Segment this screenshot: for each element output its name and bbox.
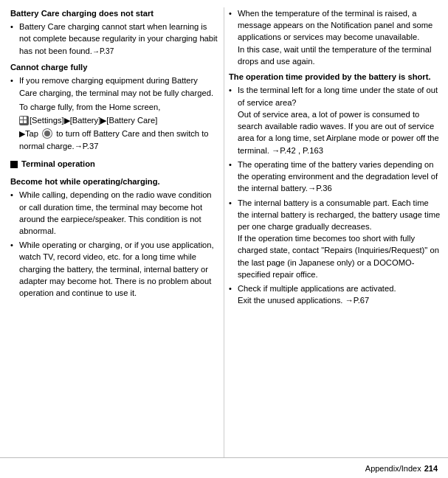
indent1: To charge fully, from the Home screen,: [19, 101, 218, 113]
left-column: Battery Care charging does not start • B…: [0, 7, 224, 457]
terminal-bullet1: • While calling, depending on the radio …: [10, 189, 218, 237]
page: Battery Care charging does not start • B…: [0, 0, 448, 478]
grid-icon: [19, 116, 29, 125]
bullet-dot-r1: •: [229, 7, 238, 67]
bullet-dot-r3: •: [229, 159, 238, 195]
right-section-heading: The operation time provided by the batte…: [229, 71, 441, 83]
footer-page: 214: [424, 464, 438, 473]
section1-heading: Battery Care charging does not start: [10, 7, 218, 19]
black-square-icon: [10, 161, 18, 168]
terminal-bullet2-text: While operating or charging, or if you u…: [19, 239, 218, 299]
terminal-heading: Terminal operation: [21, 158, 95, 170]
footer-label: Appendix/Index: [365, 464, 421, 473]
section2-bullet1: • If you remove charging equipment durin…: [10, 75, 218, 98]
right-bullet3-text: The operating time of the battery varies…: [238, 159, 441, 195]
terminal-section: Terminal operation Become hot while oper…: [10, 158, 218, 299]
right-bullet1: • When the temperature of the terminal i…: [229, 7, 441, 67]
svg-rect-3: [24, 120, 27, 123]
terminal-bullet1-text: While calling, depending on the radio wa…: [19, 189, 218, 237]
right-bullet2: • Is the terminal left for a long time u…: [229, 84, 441, 156]
svg-rect-2: [20, 120, 23, 123]
right-bullet3: • The operating time of the battery vari…: [229, 159, 441, 195]
bullet-dot3: •: [10, 189, 19, 237]
bullet-dot-r5: •: [229, 283, 238, 306]
section1-bullet1-text: Battery Care charging cannot start when …: [19, 21, 218, 57]
section2-heading: Cannot charge fully: [10, 61, 218, 73]
svg-rect-0: [20, 117, 23, 119]
bullet-dot2: •: [10, 75, 19, 98]
terminal-heading-row: Terminal operation: [10, 158, 218, 171]
indent2: [Settings]▶[Battery]▶[Battery Care]: [19, 114, 218, 126]
terminal-sub: Become hot while operating/charging.: [10, 176, 218, 187]
section1-bullet1: • Battery Care charging cannot start whe…: [10, 21, 218, 57]
terminal-bullet2: • While operating or charging, or if you…: [10, 239, 218, 299]
right-bullet5-text: Check if multiple applications are activ…: [238, 283, 441, 306]
right-bullet4-text: The internal battery is a consumable par…: [238, 197, 441, 281]
right-bullet4: • The internal battery is a consumable p…: [229, 197, 441, 281]
bullet-dot4: •: [10, 239, 19, 299]
svg-rect-1: [24, 117, 27, 119]
bullet-dot-r4: •: [229, 197, 238, 281]
right-column: • When the temperature of the terminal i…: [224, 7, 448, 457]
right-bullet2-text: Is the terminal left for a long time und…: [238, 84, 441, 156]
content-area: Battery Care charging does not start • B…: [0, 0, 448, 457]
section2-bullet1-text: If you remove charging equipment during …: [19, 75, 218, 98]
right-bullet5: • Check if multiple applications are act…: [229, 283, 441, 306]
bullet-dot: •: [10, 21, 19, 57]
circle-icon: [42, 128, 52, 139]
footer: Appendix/Index 214: [0, 457, 448, 478]
bullet-dot-r2: •: [229, 84, 238, 156]
indent3: ▶Tap to turn off Battery Care and then s…: [19, 128, 218, 151]
right-bullet1-text: When the temperature of the terminal is …: [238, 7, 441, 67]
svg-point-4: [44, 130, 51, 137]
settings-label: [Settings]▶[Battery]▶[Battery Care]: [19, 116, 157, 125]
